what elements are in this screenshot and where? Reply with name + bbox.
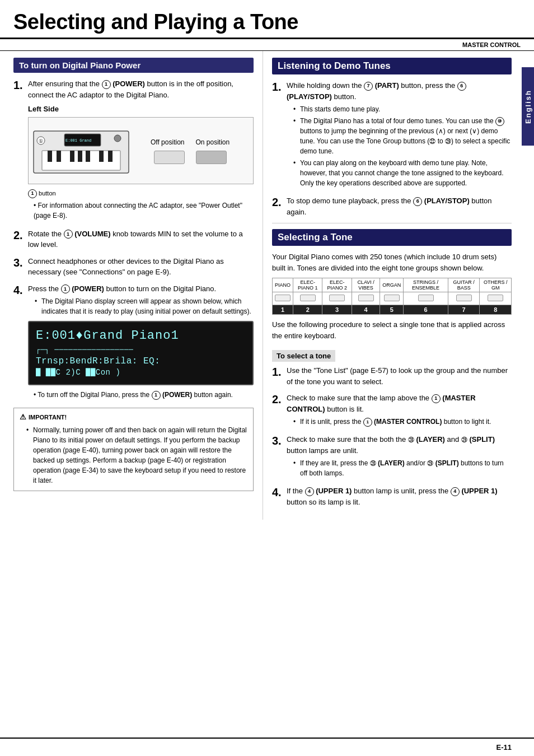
step-2-content: Rotate the 1 (VOLUME) knob towards MIN t… xyxy=(28,228,254,250)
important-box: ⚠ IMPORTANT! Normally, turning power off… xyxy=(13,408,254,491)
step-3-num: 3. xyxy=(13,256,28,269)
left-section-header: To turn on Digital Piano Power xyxy=(13,58,254,73)
icon-upper1-2: 4 xyxy=(451,487,460,496)
tone-step-2-num: 2. xyxy=(272,393,287,406)
step-1-num: 1. xyxy=(13,78,28,92)
tone-groups-table: PIANO ELEC-PIANO 1 ELEC-PIANO 2 CLAVI / … xyxy=(272,278,512,315)
demo-step-1: 1. While holding down the 7 (PART) butto… xyxy=(272,80,512,190)
svg-rect-3 xyxy=(57,151,61,162)
tone-num-6: 6 xyxy=(404,305,448,315)
important-bullets: Normally, turning power off and then bac… xyxy=(25,425,247,486)
demo-step-1-bullets: This starts demo tune play. The Digital … xyxy=(292,104,512,188)
on-position-label: On position xyxy=(195,137,229,147)
master-control-label: MASTER CONTROL xyxy=(0,39,534,51)
demo-section-header: Listening to Demo Tunes xyxy=(272,58,512,74)
step-2: 2. Rotate the 1 (VOLUME) knob towards MI… xyxy=(13,228,254,250)
english-label: English xyxy=(524,90,532,124)
tone-num-4: 4 xyxy=(352,305,380,315)
svg-rect-4 xyxy=(70,151,74,162)
display-line1: E:001♦Grand Piano1 xyxy=(36,328,246,345)
icon-10: ⑩ xyxy=(495,117,504,126)
off-position-label: Off position xyxy=(151,137,184,147)
tone-step-3-bullets: If they are lit, press the ㉘ (LAYER) and… xyxy=(292,458,512,478)
tone-step-2-bullet: If it is unlit, press the 1 (MASTER CONT… xyxy=(292,417,512,427)
tone-btn-6 xyxy=(404,292,448,305)
svg-text:①: ① xyxy=(39,138,43,144)
tone-btn-2 xyxy=(293,292,322,305)
tone-num-8: 8 xyxy=(480,305,512,315)
left-column: To turn on Digital Piano Power 1. After … xyxy=(0,51,263,520)
demo-step-2: 2. To stop demo tune playback, press the… xyxy=(272,195,512,217)
step-1: 1. After ensuring that the 1 (POWER) but… xyxy=(13,78,254,223)
section-divider xyxy=(272,223,512,223)
tone-step-3-num: 3. xyxy=(272,434,287,447)
tone-num-5: 5 xyxy=(380,305,404,315)
power-btn-icon: 1 xyxy=(28,189,37,198)
tone-intro: Your Digital Piano comes with 250 tones … xyxy=(272,251,512,273)
switch-buttons xyxy=(154,151,227,164)
important-label: IMPORTANT! xyxy=(29,413,67,422)
page-wrapper: Selecting and Playing a Tone MASTER CONT… xyxy=(0,0,534,756)
tone-btn-row xyxy=(273,292,512,305)
tone-header-4: CLAVI / VIBES xyxy=(352,278,380,292)
step-4-note: • To turn off the Digital Piano, press t… xyxy=(34,390,254,400)
english-sidebar: English xyxy=(522,67,534,146)
svg-rect-8 xyxy=(108,151,113,162)
tone-step-2: 2. Check to make sure that the lamp abov… xyxy=(272,393,512,428)
tone-step-4-content: If the 4 (UPPER 1) button lamp is unlit,… xyxy=(287,486,512,507)
to-select-label: To select a tone xyxy=(272,350,335,362)
off-switch-btn xyxy=(154,151,185,164)
icon-volume: 1 xyxy=(64,230,73,239)
tone-num-1: 1 xyxy=(273,305,293,315)
demo-bullet-1: This starts demo tune play. xyxy=(292,104,512,114)
tone-btn-1 xyxy=(273,292,293,305)
tone-step-1-num: 1. xyxy=(272,365,287,379)
tone-step-3-content: Check to make sure that the both the ㉘ (… xyxy=(287,434,512,480)
demo-bullet-2: The Digital Piano has a total of four de… xyxy=(292,116,512,156)
display-line2: ┌─┐ ───────────────── xyxy=(36,345,246,355)
display-line3: Trnsp:BendR:Brila: EQ: xyxy=(36,355,246,367)
tone-btn-5 xyxy=(380,292,404,305)
tone-step-3: 3. Check to make sure that the both the … xyxy=(272,434,512,480)
tone-section-header: Selecting a Tone xyxy=(272,229,512,246)
demo-step-1-num: 1. xyxy=(272,80,287,94)
step-4: 4. Press the 1 (POWER) button to turn on… xyxy=(13,283,254,402)
icon-master-ctrl: 1 xyxy=(432,394,441,403)
step-4-num: 4. xyxy=(13,283,28,297)
piano-image-area: E:001 Grand ① Off position On position xyxy=(28,117,254,184)
icon-playstop: 6 xyxy=(457,82,466,91)
demo-bullet-3: You can play along on the keyboard with … xyxy=(292,158,512,188)
step-3: 3. Connect headphones or other devices t… xyxy=(13,256,254,278)
tone-num-7: 7 xyxy=(448,305,480,315)
right-column: Listening to Demo Tunes 1. While holding… xyxy=(263,51,521,520)
demo-step-1-content: While holding down the 7 (PART) button, … xyxy=(287,80,512,190)
step-1-content: After ensuring that the 1 (POWER) button… xyxy=(28,78,254,223)
step-2-num: 2. xyxy=(13,228,28,242)
tone-step-1-content: Use the "Tone List" (page E-57) to look … xyxy=(287,365,512,387)
tone-number-row: 1 2 3 4 5 6 7 8 xyxy=(273,305,512,315)
step-4-bullets: The Digital Piano display screen will ap… xyxy=(34,296,254,316)
tone-step-4-num: 4. xyxy=(272,486,287,499)
on-switch-btn xyxy=(196,151,227,164)
switch-labels: Off position On position xyxy=(151,137,229,164)
icon-master-ctrl-2: 1 xyxy=(363,418,372,427)
icon-playstop-2: 6 xyxy=(413,197,422,206)
tone-header-5: ORGAN xyxy=(380,278,404,292)
display-screen: E:001♦Grand Piano1 ┌─┐ ─────────────────… xyxy=(28,321,254,385)
tone-step-2-bullets: If it is unlit, press the 1 (MASTER CONT… xyxy=(292,417,512,427)
demo-step-2-content: To stop demo tune playback, press the 6 … xyxy=(287,195,512,217)
important-bullet-1: Normally, turning power off and then bac… xyxy=(25,425,247,486)
step-4-content: Press the 1 (POWER) button to turn on th… xyxy=(28,283,254,402)
demo-step-2-num: 2. xyxy=(272,195,287,209)
tone-step-3-bullet: If they are lit, press the ㉘ (LAYER) and… xyxy=(292,458,512,478)
step-4-bullet-1: The Digital Piano display screen will ap… xyxy=(34,296,254,316)
icon-power-1: 1 xyxy=(102,80,111,89)
tone-header-7: GUITAR / BASS xyxy=(448,278,480,292)
important-title: ⚠ IMPORTANT! xyxy=(20,412,247,423)
tone-header-3: ELEC-PIANO 2 xyxy=(322,278,352,292)
tone-header-6: STRINGS / ENSEMBLE xyxy=(404,278,448,292)
step-1-note: • For information about connecting the A… xyxy=(34,200,254,221)
icon-power-off: 1 xyxy=(152,391,161,400)
display-line4: █ ██C 2)C ██Con ) xyxy=(36,367,246,379)
page-footer: E-11 xyxy=(0,738,534,756)
